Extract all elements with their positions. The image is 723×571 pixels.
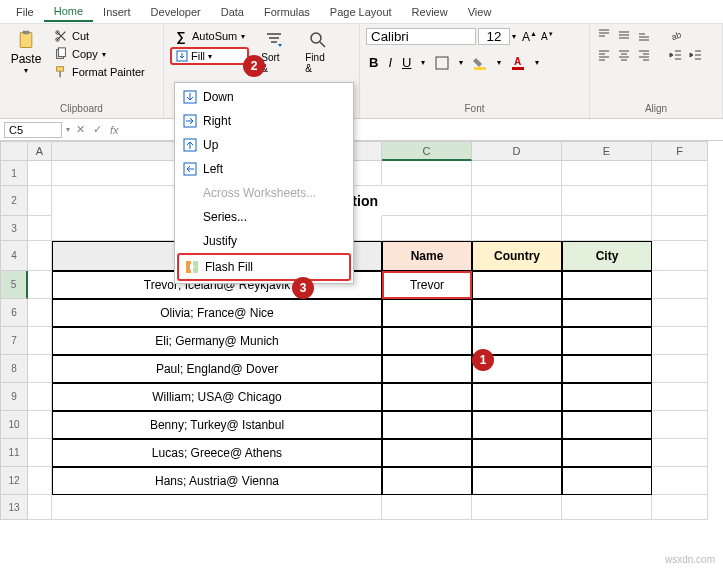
cell-b9[interactable]: William; USA@ Chicago <box>52 383 382 411</box>
fx-icon[interactable]: fx <box>110 124 119 136</box>
copy-icon <box>54 47 68 61</box>
header-country: Country <box>472 241 562 271</box>
format-painter-label: Format Painter <box>72 66 145 78</box>
fx-cancel-icon[interactable]: ✕ <box>76 123 85 136</box>
paste-icon <box>16 30 36 50</box>
bold-button[interactable]: B <box>366 53 381 72</box>
decrease-indent-icon[interactable] <box>668 48 684 62</box>
tab-formulas[interactable]: Formulas <box>254 2 320 21</box>
find-select-button[interactable]: Find & <box>301 28 335 76</box>
cell-b10[interactable]: Benny; Turkey@ Istanbul <box>52 411 382 439</box>
svg-rect-7 <box>59 71 61 77</box>
cell-d6[interactable] <box>472 299 562 327</box>
paste-button[interactable]: Paste ▾ <box>6 28 46 77</box>
cell-c6[interactable] <box>382 299 472 327</box>
tab-home[interactable]: Home <box>44 1 93 22</box>
formula-bar: ▾ ✕ ✓ fx <box>0 119 723 141</box>
cell-d10[interactable] <box>472 411 562 439</box>
tab-view[interactable]: View <box>458 2 502 21</box>
fill-color-button[interactable] <box>470 53 490 72</box>
cell-b8[interactable]: Paul; England@ Dover <box>52 355 382 383</box>
name-box[interactable] <box>4 122 62 138</box>
increase-indent-icon[interactable] <box>688 48 704 62</box>
cell-d12[interactable] <box>472 467 562 495</box>
cell-c9[interactable] <box>382 383 472 411</box>
tab-insert[interactable]: Insert <box>93 2 141 21</box>
svg-rect-13 <box>512 67 524 70</box>
cell-e9[interactable] <box>562 383 652 411</box>
col-header-f[interactable]: F <box>652 141 708 161</box>
col-header-c[interactable]: C <box>382 141 472 161</box>
autosum-button[interactable]: ∑ AutoSum ▾ <box>170 28 249 44</box>
align-middle-icon[interactable] <box>616 28 632 42</box>
font-name-input[interactable] <box>366 28 476 45</box>
cell-e6[interactable] <box>562 299 652 327</box>
font-color-button[interactable]: A <box>508 53 528 72</box>
font-size-input[interactable] <box>478 28 510 45</box>
cell-b11[interactable]: Lucas; Greece@ Athens <box>52 439 382 467</box>
watermark: wsxdn.com <box>665 554 715 565</box>
fill-button[interactable]: Fill ▾ <box>170 47 249 65</box>
fill-down-label: Down <box>203 90 234 104</box>
svg-rect-11 <box>474 67 486 70</box>
cell-c7[interactable] <box>382 327 472 355</box>
copy-button[interactable]: Copy ▾ <box>50 46 149 62</box>
svg-text:A: A <box>514 56 521 67</box>
tab-review[interactable]: Review <box>402 2 458 21</box>
tab-file[interactable]: File <box>6 2 44 21</box>
clipboard-group-label: Clipboard <box>6 103 157 114</box>
cell-d5[interactable] <box>472 271 562 299</box>
cut-button[interactable]: Cut <box>50 28 149 44</box>
fill-down-item[interactable]: Down <box>177 85 351 109</box>
italic-button[interactable]: I <box>385 53 395 72</box>
tab-data[interactable]: Data <box>211 2 254 21</box>
align-right-icon[interactable] <box>636 48 652 62</box>
cell-e5[interactable] <box>562 271 652 299</box>
cell-e12[interactable] <box>562 467 652 495</box>
cell-d11[interactable] <box>472 439 562 467</box>
cell-c5[interactable]: Trevor <box>382 271 472 299</box>
tab-pagelayout[interactable]: Page Layout <box>320 2 402 21</box>
spreadsheet-grid[interactable]: A B C D E F 1 2 lash Fill Option 3 4 Nam… <box>0 141 723 520</box>
cell-b6[interactable]: Olivia; France@ Nice <box>52 299 382 327</box>
cell-d9[interactable] <box>472 383 562 411</box>
sort-label: Sort & <box>261 52 287 74</box>
sort-icon <box>264 30 284 50</box>
fill-right-item[interactable]: Right <box>177 109 351 133</box>
brush-icon <box>54 65 68 79</box>
ribbon-tabs: File Home Insert Developer Data Formulas… <box>0 0 723 24</box>
cell-c12[interactable] <box>382 467 472 495</box>
cell-e7[interactable] <box>562 327 652 355</box>
decrease-font-icon[interactable]: A▼ <box>541 31 554 42</box>
fill-down-icon <box>176 50 188 62</box>
cell-b12[interactable]: Hans; Austria@ Vienna <box>52 467 382 495</box>
fill-up-item[interactable]: Up <box>177 133 351 157</box>
align-left-icon[interactable] <box>596 48 612 62</box>
cell-e8[interactable] <box>562 355 652 383</box>
align-center-icon[interactable] <box>616 48 632 62</box>
fill-left-label: Left <box>203 162 223 176</box>
orientation-icon[interactable]: ab <box>668 28 684 42</box>
align-bottom-icon[interactable] <box>636 28 652 42</box>
fx-check-icon[interactable]: ✓ <box>93 123 102 136</box>
cell-e10[interactable] <box>562 411 652 439</box>
tab-developer[interactable]: Developer <box>141 2 211 21</box>
col-header-d[interactable]: D <box>472 141 562 161</box>
fill-justify-item[interactable]: Justify <box>177 229 351 253</box>
cell-c10[interactable] <box>382 411 472 439</box>
cell-e11[interactable] <box>562 439 652 467</box>
cell-b7[interactable]: Eli; Germany@ Munich <box>52 327 382 355</box>
increase-font-icon[interactable]: A▲ <box>522 30 537 44</box>
format-painter-button[interactable]: Format Painter <box>50 64 149 80</box>
cell-c11[interactable] <box>382 439 472 467</box>
fill-left-item[interactable]: Left <box>177 157 351 181</box>
cell-c8[interactable] <box>382 355 472 383</box>
find-icon <box>308 30 328 50</box>
border-button[interactable] <box>432 53 452 72</box>
fill-series-item[interactable]: Series... <box>177 205 351 229</box>
col-header-e[interactable]: E <box>562 141 652 161</box>
col-header-a[interactable]: A <box>28 141 52 161</box>
align-top-icon[interactable] <box>596 28 612 42</box>
underline-button[interactable]: U <box>399 53 414 72</box>
flash-fill-item[interactable]: Flash Fill <box>177 253 351 281</box>
